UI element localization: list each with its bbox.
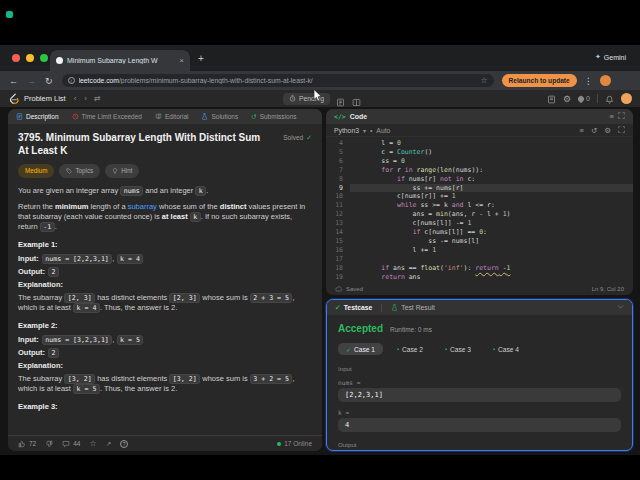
cursor-position[interactable]: Ln 9, Col 20 — [592, 286, 624, 292]
code-panel-title: Code — [350, 113, 368, 120]
format-code-icon[interactable]: ≡ — [580, 126, 584, 135]
gemini-label: Gemini — [604, 54, 626, 61]
back-icon[interactable]: ← — [9, 76, 18, 86]
leetcode-logo-icon[interactable] — [8, 90, 19, 108]
window-controls[interactable] — [12, 54, 48, 62]
gemini-chip[interactable]: ✦ Gemini — [595, 53, 626, 61]
mouse-cursor — [313, 88, 322, 106]
tab-solutions[interactable]: Solutions — [201, 113, 238, 121]
testcase-check-icon: ✓ — [335, 304, 341, 312]
like-button[interactable]: 72 — [18, 440, 36, 448]
solved-check-icon: ✓ — [306, 133, 312, 143]
bookmark-star-icon[interactable]: ☆ — [480, 76, 487, 85]
timer-pending-button[interactable]: Pending — [283, 93, 330, 105]
topics-badge[interactable]: Topics — [59, 164, 100, 178]
maximize-window-button[interactable] — [40, 54, 48, 62]
flame-icon — [577, 94, 585, 102]
dislike-button[interactable] — [45, 440, 53, 448]
user-avatar[interactable] — [621, 93, 632, 104]
debugger-icon[interactable] — [547, 90, 556, 108]
solved-badge: Solved✓ — [283, 133, 312, 143]
case-tab-4[interactable]: •Case 4 — [485, 343, 527, 355]
lightbulb-icon — [112, 168, 118, 174]
browser-window: Minimum Subarray Length W × + ✦ Gemini ←… — [0, 45, 640, 455]
case-list: ✓Case 1•Case 2•Case 3•Case 4 — [338, 343, 621, 355]
tag-icon — [66, 168, 72, 174]
minimize-window-button[interactable] — [26, 54, 34, 62]
field-list: nums =[2,2,3,1]k =4 — [338, 379, 621, 432]
help-icon[interactable]: ? — [120, 440, 128, 448]
favorite-star-icon[interactable]: ☆ — [89, 439, 96, 448]
browser-tab[interactable]: Minimum Subarray Length W × — [50, 50, 190, 71]
case-passed-dot-icon: • — [397, 346, 399, 352]
panel-menu-icon[interactable]: ≡ — [610, 112, 614, 121]
browser-profile-avatar[interactable] — [600, 75, 611, 86]
leetcode-favicon-icon — [56, 57, 63, 64]
description-file-icon — [16, 113, 23, 121]
saved-indicator: Saved — [335, 286, 363, 292]
tab-test-result[interactable]: Test Result — [391, 304, 435, 312]
reset-code-icon[interactable]: ↺ — [591, 126, 597, 135]
auto-toggle[interactable]: Auto — [376, 127, 390, 134]
input-section-label: Input — [338, 365, 621, 372]
test-result-panel: ✓ Testcase Test Result — [326, 299, 633, 451]
sparkle-icon: ✦ — [595, 53, 601, 61]
case-passed-check-icon: ✓ — [346, 346, 351, 353]
shuffle-icon[interactable]: ⇄ — [94, 94, 101, 103]
description-footer: 72 44 ☆ ↗ ? 17 Online — [8, 435, 322, 451]
subarray-link[interactable]: subarray — [128, 202, 157, 211]
url-input[interactable]: i leetcode.com/problems/minimum-subarray… — [62, 74, 494, 87]
case-passed-dot-icon: • — [445, 346, 447, 352]
next-problem-icon[interactable]: › — [84, 94, 87, 103]
new-tab-button[interactable]: + — [198, 53, 204, 64]
case-tab-3[interactable]: •Case 3 — [437, 343, 479, 355]
verdict-status: Accepted — [338, 323, 383, 334]
tle-clock-icon — [72, 113, 79, 121]
fullscreen-editor-icon[interactable] — [618, 126, 625, 135]
thumbs-down-icon — [45, 440, 53, 448]
recording-indicator-icon — [6, 11, 13, 18]
settings-gear-icon[interactable]: ⚙ — [563, 94, 571, 104]
site-info-icon[interactable]: i — [68, 77, 75, 84]
tab-editorial[interactable]: Editorial — [155, 113, 188, 121]
streak-counter[interactable]: 0 — [578, 95, 590, 102]
case-tab-2[interactable]: •Case 2 — [389, 343, 431, 355]
code-editor[interactable]: 45678910111213141516171819 l = 0 c = Cou… — [326, 137, 633, 283]
case-tab-1[interactable]: ✓Case 1 — [338, 343, 383, 355]
browser-menu-icon[interactable]: ⋮ — [584, 76, 593, 86]
tab-testcase[interactable]: ✓ Testcase — [335, 304, 372, 312]
difficulty-badge[interactable]: Medium — [18, 164, 54, 178]
language-selector[interactable]: Python3 — [334, 127, 359, 134]
share-icon[interactable]: ↗ — [106, 440, 111, 448]
example-3: Example 3: — [18, 402, 312, 412]
tab-submissions[interactable]: ↺ Submissions — [251, 113, 296, 121]
example-1: Example 1: Input:nums = [2,2,3,1], k = 4… — [18, 240, 312, 313]
comment-icon — [62, 440, 70, 448]
reload-icon[interactable]: ↻ — [45, 76, 53, 86]
bell-icon[interactable] — [605, 90, 614, 108]
collapse-panel-icon[interactable] — [617, 303, 624, 312]
hint-badge[interactable]: Hint — [105, 164, 139, 178]
problem-list-link[interactable]: Problem List — [24, 94, 66, 103]
close-window-button[interactable] — [12, 54, 20, 62]
solutions-flask-icon — [201, 113, 208, 121]
line-numbers: 45678910111213141516171819 — [326, 139, 350, 283]
paragraph-2: Return the minimum length of a subarray … — [18, 202, 312, 232]
result-panel-header: ✓ Testcase Test Result — [327, 300, 632, 315]
editor-settings-icon[interactable]: ⚙ — [604, 126, 611, 135]
comments-button[interactable]: 44 — [62, 440, 80, 448]
tab-description[interactable]: Description — [16, 113, 59, 121]
code-lines[interactable]: l = 0 c = Counter() ss = 0 for r in rang… — [350, 139, 633, 283]
url-text: leetcode.com/problems/minimum-subarray-l… — [79, 77, 477, 84]
tab-close-icon[interactable]: × — [179, 57, 184, 65]
navbar-right-cluster: ⚙ 0 — [547, 90, 632, 107]
testcase-field-value[interactable]: 4 — [338, 418, 621, 432]
tab-time-limit-exceeded[interactable]: Time Limit Exceeded — [72, 113, 142, 121]
testcase-field-value[interactable]: [2,2,3,1] — [338, 388, 621, 402]
expand-panel-icon[interactable] — [618, 112, 625, 121]
prev-problem-icon[interactable]: ‹ — [74, 94, 77, 103]
chevron-down-icon: ▾ — [363, 127, 366, 134]
forward-icon[interactable]: → — [27, 76, 36, 86]
relaunch-to-update-button[interactable]: Relaunch to update — [502, 74, 577, 87]
example-2: Example 2: Input:nums = [3,2,3,1], k = 5… — [18, 321, 312, 394]
